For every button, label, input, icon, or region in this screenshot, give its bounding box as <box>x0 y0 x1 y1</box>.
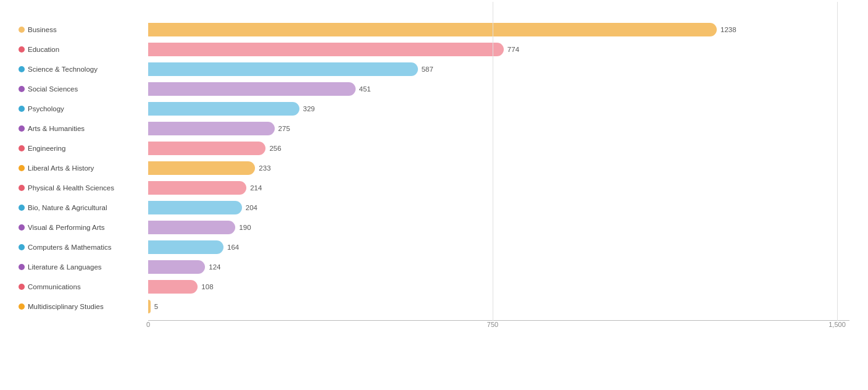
bar-track: 204 <box>148 201 849 214</box>
bar-value: 233 <box>259 164 270 172</box>
bar-dot <box>19 224 25 231</box>
bar-fill <box>148 122 275 135</box>
bar-row: Bio, Nature & Agricultural204 <box>19 198 849 218</box>
x-axis-tick: 1,500 <box>828 321 846 328</box>
bar-dot <box>19 145 25 151</box>
bar-label-container: Liberal Arts & History <box>19 164 148 172</box>
bar-label: Business <box>28 26 57 33</box>
bar-value: 164 <box>227 244 239 251</box>
bar-label-container: Computers & Mathematics <box>19 244 148 251</box>
bar-row: Literature & Languages124 <box>19 257 849 277</box>
bar-label-container: Business <box>19 26 148 33</box>
bar-track: 587 <box>148 62 849 76</box>
bar-value: 204 <box>246 204 257 211</box>
bar-label: Bio, Nature & Agricultural <box>28 204 107 211</box>
chart-container: Business1238Education774Science & Techno… <box>0 0 868 390</box>
bar-fill <box>148 300 151 313</box>
bar-label-container: Science & Technology <box>19 66 148 73</box>
bar-value: 5 <box>154 303 158 310</box>
bar-label: Science & Technology <box>28 66 98 73</box>
bar-track: 1238 <box>148 23 849 36</box>
bar-label: Visual & Performing Arts <box>28 224 104 231</box>
bar-dot <box>19 244 25 250</box>
bar-label: Arts & Humanities <box>28 125 85 132</box>
bar-label: Social Sciences <box>28 85 78 93</box>
bar-dot <box>19 165 25 171</box>
bar-row: Business1238 <box>19 20 849 40</box>
bar-fill <box>148 102 299 116</box>
bar-row: Science & Technology587 <box>19 59 849 79</box>
bar-fill <box>148 62 418 76</box>
bar-label-container: Visual & Performing Arts <box>19 224 148 231</box>
bar-track: 164 <box>148 240 849 254</box>
bar-track: 214 <box>148 181 849 195</box>
bar-track: 774 <box>148 43 849 56</box>
bar-label: Engineering <box>28 145 65 152</box>
bar-label-container: Communications <box>19 283 148 290</box>
bar-dot <box>19 106 25 112</box>
x-axis-tick: 750 <box>487 321 498 328</box>
bar-track: 256 <box>148 142 849 155</box>
bar-row: Physical & Health Sciences214 <box>19 178 849 198</box>
bar-label-container: Psychology <box>19 105 148 112</box>
bar-dot <box>19 27 25 33</box>
bar-dot <box>19 185 25 191</box>
bar-fill <box>148 240 223 254</box>
bar-fill <box>148 280 198 294</box>
bar-value: 587 <box>422 66 433 73</box>
bar-label-container: Social Sciences <box>19 85 148 93</box>
bar-track: 329 <box>148 102 849 116</box>
bar-row: Communications108 <box>19 277 849 297</box>
bar-label: Liberal Arts & History <box>28 164 94 172</box>
bar-fill <box>148 221 235 234</box>
bar-dot <box>19 66 25 72</box>
bar-label-container: Literature & Languages <box>19 263 148 271</box>
bar-track: 233 <box>148 161 849 175</box>
bar-label: Multidisciplinary Studies <box>28 303 104 310</box>
bar-track: 108 <box>148 280 849 294</box>
bar-label: Literature & Languages <box>28 263 102 271</box>
bar-value: 275 <box>278 125 290 132</box>
bar-label-container: Physical & Health Sciences <box>19 184 148 192</box>
bar-value: 451 <box>359 85 371 93</box>
bar-fill <box>148 260 205 274</box>
bar-row: Liberal Arts & History233 <box>19 158 849 178</box>
chart-body: Business1238Education774Science & Techno… <box>19 20 849 316</box>
bar-track: 275 <box>148 122 849 135</box>
bar-fill <box>148 142 265 155</box>
bar-value: 1238 <box>720 26 737 33</box>
bar-value: 329 <box>303 105 315 112</box>
bar-label: Education <box>28 46 59 53</box>
bar-label: Computers & Mathematics <box>28 244 112 251</box>
bar-fill <box>148 161 255 175</box>
bar-row: Engineering256 <box>19 138 849 158</box>
bar-value: 774 <box>507 46 519 53</box>
bar-value: 190 <box>239 224 251 231</box>
bar-label: Physical & Health Sciences <box>28 184 114 192</box>
bar-fill <box>148 43 504 56</box>
bar-value: 214 <box>250 184 262 192</box>
bar-row: Visual & Performing Arts190 <box>19 218 849 237</box>
bar-track: 451 <box>148 82 849 96</box>
bar-fill <box>148 82 356 96</box>
bar-fill <box>148 201 242 214</box>
bar-track: 190 <box>148 221 849 234</box>
bar-row: Multidisciplinary Studies5 <box>19 297 849 316</box>
bar-label-container: Education <box>19 46 148 53</box>
bar-value: 256 <box>269 145 281 152</box>
bar-value: 124 <box>209 263 220 271</box>
bar-fill <box>148 181 246 195</box>
x-axis-tick: 0 <box>146 321 150 328</box>
x-axis: 07501,500 <box>148 320 849 333</box>
bar-dot <box>19 86 25 92</box>
bar-track: 124 <box>148 260 849 274</box>
bar-dot <box>19 303 25 310</box>
bar-row: Arts & Humanities275 <box>19 119 849 138</box>
bar-label: Psychology <box>28 105 64 112</box>
bar-row: Computers & Mathematics164 <box>19 237 849 257</box>
bar-dot <box>19 125 25 132</box>
bar-row: Psychology329 <box>19 99 849 119</box>
bar-dot <box>19 46 25 53</box>
bar-dot <box>19 284 25 290</box>
bar-row: Social Sciences451 <box>19 79 849 99</box>
